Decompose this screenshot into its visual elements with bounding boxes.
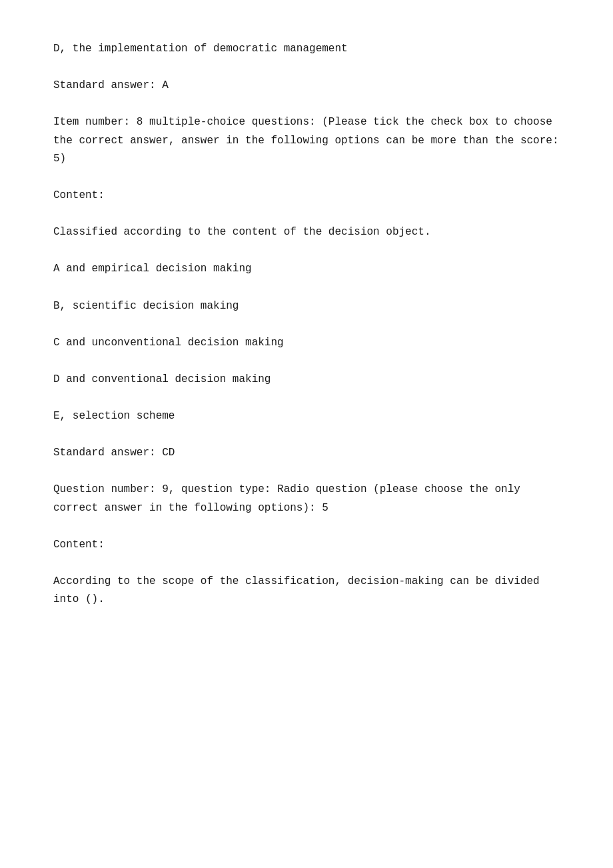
option-d: D and conventional decision making — [53, 371, 560, 389]
d-option-line: D, the implementation of democratic mana… — [53, 40, 560, 58]
option-b: B, scientific decision making — [53, 297, 560, 315]
content-label-2: Content: — [53, 536, 560, 554]
classified-text: Classified according to the content of t… — [53, 223, 560, 241]
content-label-1: Content: — [53, 187, 560, 205]
option-c: C and unconventional decision making — [53, 334, 560, 352]
item-9-header: Question number: 9, question type: Radio… — [53, 481, 560, 517]
option-a: A and empirical decision making — [53, 260, 560, 278]
standard-answer-2: Standard answer: CD — [53, 444, 560, 462]
item-8-header: Item number: 8 multiple-choice questions… — [53, 113, 560, 168]
standard-answer-1: Standard answer: A — [53, 77, 560, 95]
question-9-text: According to the scope of the classifica… — [53, 573, 560, 609]
option-e: E, selection scheme — [53, 407, 560, 425]
